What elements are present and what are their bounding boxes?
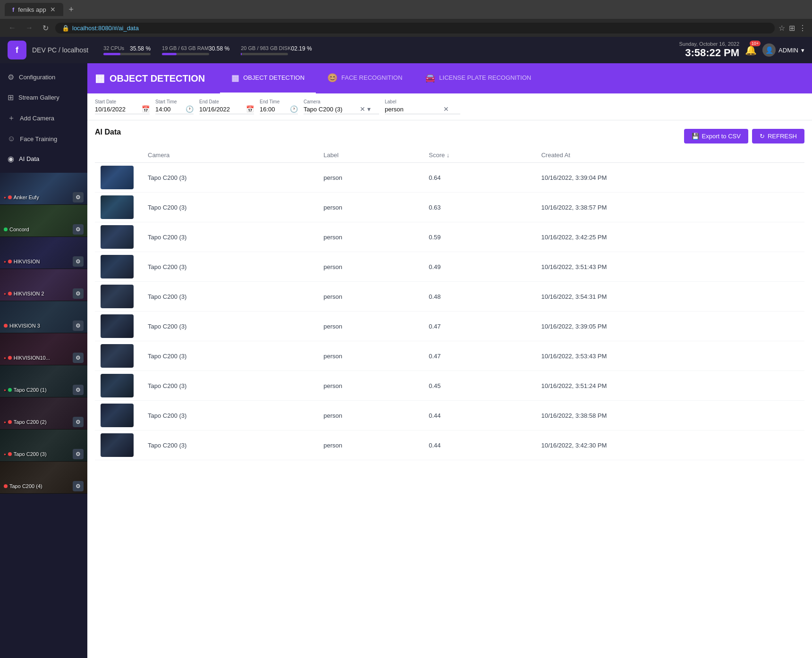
export-csv-button[interactable]: 💾 Export to CSV bbox=[684, 129, 748, 143]
sidebar-item-configuration[interactable]: ⚙ Configuration bbox=[0, 67, 87, 87]
ram-bar-bg bbox=[162, 53, 209, 55]
status-dot bbox=[8, 388, 12, 392]
sidebar-item-face-training[interactable]: ☺ Face Training bbox=[0, 129, 87, 149]
col-score[interactable]: Score ↓ bbox=[423, 148, 535, 163]
disk-value: 02.19 % bbox=[291, 45, 312, 52]
camera-settings-button[interactable]: ⚙ bbox=[73, 481, 84, 491]
label-clear-icon[interactable]: ✕ bbox=[443, 105, 449, 113]
camera-overlay: ● HIKVISION ⚙ bbox=[0, 254, 87, 269]
end-time-input[interactable] bbox=[260, 106, 288, 113]
sidebar-item-add-camera[interactable]: ＋ Add Camera bbox=[0, 108, 87, 129]
camera-filter-wrap: ✕ ▾ bbox=[304, 105, 379, 114]
calendar-icon-end[interactable]: 📅 bbox=[246, 105, 254, 113]
row-camera: Tapo C200 (3) bbox=[142, 282, 318, 312]
col-label[interactable]: Label bbox=[318, 148, 423, 163]
refresh-button[interactable]: ↻ REFRESH bbox=[752, 129, 804, 143]
start-date-input[interactable] bbox=[95, 106, 140, 113]
camera-settings-button[interactable]: ⚙ bbox=[73, 256, 84, 267]
label-filter-wrap: ✕ bbox=[385, 105, 460, 114]
action-buttons: 💾 Export to CSV ↻ REFRESH bbox=[684, 129, 805, 143]
camera-name-display: Concord bbox=[4, 227, 29, 232]
row-thumbnail-cell bbox=[95, 430, 142, 460]
camera-settings-button[interactable]: ⚙ bbox=[73, 449, 84, 459]
camera-filter-input[interactable] bbox=[304, 106, 358, 113]
tab-object-detection[interactable]: ▦ OBJECT DETECTION bbox=[220, 63, 316, 94]
clock-icon-end[interactable]: 🕐 bbox=[290, 105, 298, 113]
row-thumbnail bbox=[101, 314, 134, 338]
new-tab-button[interactable]: + bbox=[69, 5, 74, 15]
row-thumbnail bbox=[101, 166, 134, 189]
row-thumbnail-cell bbox=[95, 222, 142, 252]
record-indicator: ● bbox=[4, 195, 6, 200]
label-filter-label: Label bbox=[385, 99, 460, 104]
camera-settings-button[interactable]: ⚙ bbox=[73, 321, 84, 331]
row-camera: Tapo C200 (3) bbox=[142, 401, 318, 430]
row-thumbnail-cell bbox=[95, 163, 142, 193]
reload-button[interactable]: ↻ bbox=[40, 23, 51, 34]
row-thumbnail-cell bbox=[95, 371, 142, 401]
extensions-icon[interactable]: ⊞ bbox=[789, 24, 795, 33]
star-icon[interactable]: ☆ bbox=[778, 24, 785, 33]
row-thumbnail bbox=[101, 433, 134, 457]
tab-face-recognition[interactable]: 😊 FACE RECOGNITION bbox=[316, 63, 414, 94]
camera-item-tapo-c200-3[interactable]: ● Tapo C200 (3) ⚙ bbox=[0, 430, 87, 462]
camera-name-display: HIKVISION 3 bbox=[4, 323, 40, 329]
camera-item-tapo-c200-1[interactable]: ● Tapo C200 (1) ⚙ bbox=[0, 365, 87, 397]
app-logo: f bbox=[8, 41, 26, 59]
notification-bell[interactable]: 🔔 10+ bbox=[745, 44, 757, 56]
sidebar-label-configuration: Configuration bbox=[19, 74, 55, 81]
cpu-bar bbox=[103, 53, 120, 55]
sidebar-item-ai-data[interactable]: ◉ AI Data bbox=[0, 149, 87, 169]
start-time-input[interactable] bbox=[155, 106, 184, 113]
user-avatar: 👤 bbox=[762, 43, 776, 57]
sidebar-nav: ⚙ Configuration ⊞ Stream Gallery ＋ Add C… bbox=[0, 63, 87, 173]
camera-item-tapo-c200-4[interactable]: Tapo C200 (4) ⚙ bbox=[0, 462, 87, 494]
camera-item-concord[interactable]: Concord ⚙ bbox=[0, 205, 87, 237]
label-filter-input[interactable] bbox=[385, 106, 441, 113]
camera-clear-icon[interactable]: ✕ bbox=[360, 105, 365, 113]
cpu-bar-bg bbox=[103, 53, 151, 55]
camera-item-tapo-c200-2[interactable]: ● Tapo C200 (2) ⚙ bbox=[0, 397, 87, 430]
camera-settings-button[interactable]: ⚙ bbox=[73, 385, 84, 395]
col-camera[interactable]: Camera bbox=[142, 148, 318, 163]
clock-icon-start[interactable]: 🕐 bbox=[186, 105, 194, 113]
camera-overlay: ● Tapo C200 (2) ⚙ bbox=[0, 415, 87, 429]
row-camera: Tapo C200 (3) bbox=[142, 222, 318, 252]
tab-title: feniks app bbox=[18, 6, 46, 13]
calendar-icon-start[interactable]: 📅 bbox=[142, 105, 150, 113]
row-camera: Tapo C200 (3) bbox=[142, 193, 318, 222]
status-dot bbox=[8, 356, 12, 360]
address-bar[interactable]: 🔒 localhost:8080/#/ai_data bbox=[55, 23, 775, 34]
row-created-at: 10/16/2022, 3:42:25 PM bbox=[535, 222, 804, 252]
forward-button[interactable]: → bbox=[23, 23, 36, 33]
camera-settings-button[interactable]: ⚙ bbox=[73, 353, 84, 363]
col-created-at[interactable]: Created At bbox=[535, 148, 804, 163]
camera-settings-button[interactable]: ⚙ bbox=[73, 224, 84, 235]
tab-license-plate-label: LICENSE PLATE RECOGNITION bbox=[439, 74, 531, 81]
camera-dropdown-icon[interactable]: ▾ bbox=[367, 105, 371, 113]
row-created-at: 10/16/2022, 3:51:24 PM bbox=[535, 371, 804, 401]
ram-bar bbox=[162, 53, 177, 55]
row-camera: Tapo C200 (3) bbox=[142, 252, 318, 282]
menu-icon[interactable]: ⋮ bbox=[799, 24, 806, 33]
camera-item-hikvision10[interactable]: ● HIKVISION10... ⚙ bbox=[0, 333, 87, 365]
camera-settings-button[interactable]: ⚙ bbox=[73, 192, 84, 202]
camera-item-hikvision2[interactable]: ● HIKVISION 2 ⚙ bbox=[0, 269, 87, 301]
camera-item-hikvision3[interactable]: HIKVISION 3 ⚙ bbox=[0, 301, 87, 333]
user-menu[interactable]: 👤 ADMIN ▾ bbox=[762, 43, 804, 57]
row-label: person bbox=[318, 163, 423, 193]
camera-item-hikvision[interactable]: ● HIKVISION ⚙ bbox=[0, 237, 87, 269]
tab-license-plate[interactable]: 🚘 LICENSE PLATE RECOGNITION bbox=[414, 63, 542, 94]
end-date-input[interactable] bbox=[199, 106, 244, 113]
browser-tab[interactable]: f feniks app ✕ bbox=[5, 3, 63, 16]
export-label: Export to CSV bbox=[702, 133, 741, 140]
tab-close-button[interactable]: ✕ bbox=[50, 6, 56, 13]
camera-item-anker-eufy[interactable]: ● Anker Eufy ⚙ bbox=[0, 173, 87, 205]
back-button[interactable]: ← bbox=[6, 23, 19, 33]
camera-settings-button[interactable]: ⚙ bbox=[73, 417, 84, 427]
table-row: Tapo C200 (3) person 0.63 10/16/2022, 3:… bbox=[95, 193, 804, 222]
sidebar-item-stream-gallery[interactable]: ⊞ Stream Gallery bbox=[0, 87, 87, 108]
disk-label: 20 GB / 983 GB DISK bbox=[241, 45, 291, 52]
camera-settings-button[interactable]: ⚙ bbox=[73, 288, 84, 299]
status-dot bbox=[4, 228, 8, 231]
